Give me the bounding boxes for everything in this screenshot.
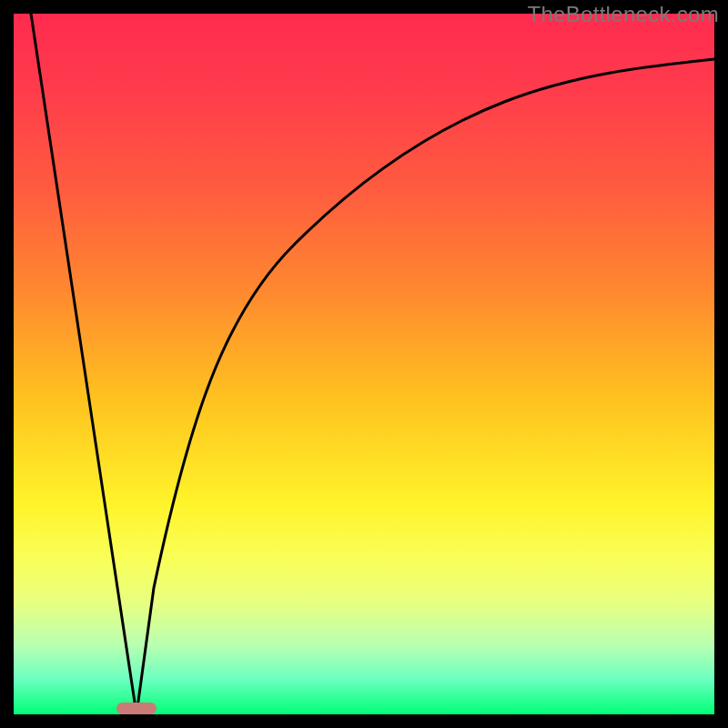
chart-frame: TheBottleneck.com — [0, 0, 728, 728]
bottleneck-curve — [14, 14, 714, 714]
curve-path — [31, 14, 714, 714]
watermark-text: TheBottleneck.com — [527, 2, 719, 27]
chart-plot-area — [14, 14, 714, 714]
optimal-marker — [116, 703, 157, 714]
